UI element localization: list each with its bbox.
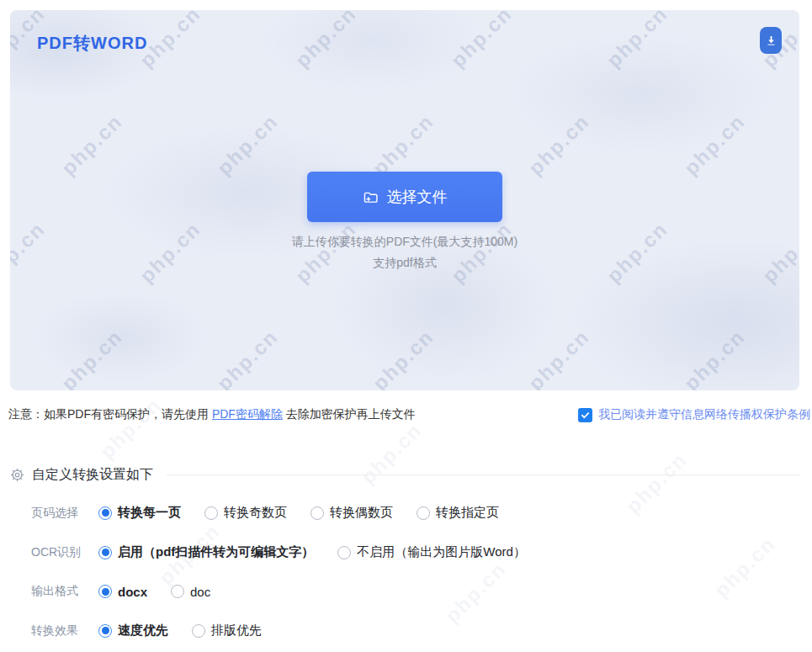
settings-row: 页码选择转换每一页转换奇数页转换偶数页转换指定页 [31, 505, 812, 521]
watermark-text: php.cn [212, 109, 283, 180]
radio-unselected-icon [417, 506, 430, 520]
settings-row: OCR识别启用（pdf扫描件转为可编辑文字）不启用（输出为图片版Word） [31, 544, 812, 560]
radio-unselected-icon [192, 624, 205, 638]
radio-label: 排版优先 [211, 623, 262, 639]
settings-title: 自定义转换设置如下 [32, 466, 153, 484]
note-suffix: 去除加密保护再上传文件 [283, 407, 416, 421]
radio-selected-icon [98, 624, 112, 638]
radio-selected-icon [98, 506, 112, 520]
agreement-checkbox[interactable] [578, 408, 592, 422]
row-label: 转换效果 [31, 623, 98, 639]
watermark-text: php.cn [679, 325, 750, 390]
password-note: 注意：如果PDF有密码保护，请先使用 PDF密码解除 去除加密保护再上传文件 [8, 407, 416, 422]
watermark-text: php.cn [290, 10, 361, 72]
upload-tip-line2: 支持pdf格式 [373, 256, 436, 271]
select-file-label: 选择文件 [387, 187, 448, 207]
radio-option[interactable]: 排版优先 [192, 623, 262, 639]
check-icon [581, 411, 590, 420]
radio-option[interactable]: 启用（pdf扫描件转为可编辑文字） [98, 544, 314, 560]
row-label: 页码选择 [31, 506, 98, 521]
watermark-text: php.cn [602, 10, 672, 72]
settings-rows: 页码选择转换每一页转换奇数页转换偶数页转换指定页OCR识别启用（pdf扫描件转为… [31, 505, 812, 639]
radio-unselected-icon [171, 585, 184, 598]
radio-label: 不启用（输出为图片版Word） [357, 544, 526, 560]
radio-option[interactable]: doc [171, 585, 210, 599]
radio-option[interactable]: 不启用（输出为图片版Word） [337, 544, 526, 560]
radio-selected-icon [98, 546, 112, 559]
note-prefix: 注意：如果PDF有密码保护，请先使用 [8, 407, 212, 421]
watermark-text: php.cn [523, 109, 594, 180]
radio-option[interactable]: 速度优先 [98, 623, 168, 639]
radio-label: 速度优先 [118, 623, 168, 639]
header-divider [167, 474, 799, 475]
radio-option[interactable]: 转换每一页 [98, 505, 181, 521]
watermark-text: php.cn [679, 109, 750, 180]
radio-label: 转换偶数页 [330, 505, 393, 521]
radio-selected-icon [98, 585, 112, 598]
radio-label: 转换每一页 [118, 505, 181, 521]
watermark-text: php.cn [56, 109, 127, 180]
page-title: PDF转WORD [37, 32, 147, 55]
upload-dropzone[interactable]: php.cnphp.cnphp.cnphp.cnphp.cnphp.cnphp.… [10, 10, 799, 390]
radio-option[interactable]: docx [98, 585, 147, 599]
agreement-label: 我已阅读并遵守信息网络传播权保护条例 [598, 407, 810, 422]
download-button[interactable] [760, 27, 782, 54]
upload-tip-line1: 请上传你要转换的PDF文件(最大支持100M) [292, 235, 517, 250]
radio-unselected-icon [204, 506, 218, 520]
settings-section: 自定义转换设置如下 页码选择转换每一页转换奇数页转换偶数页转换指定页OCR识别启… [0, 466, 812, 639]
watermark-text: php.cn [523, 325, 594, 390]
watermark-text: php.cn [56, 325, 127, 390]
note-row: 注意：如果PDF有密码保护，请先使用 PDF密码解除 去除加密保护再上传文件 我… [8, 407, 810, 422]
agreement-row: 我已阅读并遵守信息网络传播权保护条例 [578, 407, 810, 422]
watermark-text: php.cn [368, 325, 438, 390]
radio-option[interactable]: 转换指定页 [417, 505, 499, 521]
watermark-text: php.cn [368, 109, 438, 180]
radio-label: doc [190, 585, 210, 599]
gear-icon [10, 468, 24, 482]
settings-row: 输出格式docxdoc [31, 584, 812, 599]
radio-unselected-icon [337, 546, 351, 559]
folder-add-icon [363, 189, 379, 205]
watermark-text: php.cn [212, 325, 283, 390]
radio-unselected-icon [310, 506, 324, 520]
select-file-button[interactable]: 选择文件 [307, 172, 502, 222]
settings-row: 转换效果速度优先排版优先 [31, 623, 812, 639]
radio-option[interactable]: 转换奇数页 [204, 505, 287, 521]
radio-label: 启用（pdf扫描件转为可编辑文字） [118, 544, 314, 560]
download-icon [765, 34, 778, 47]
row-label: OCR识别 [31, 545, 98, 560]
radio-option[interactable]: 转换偶数页 [310, 505, 393, 521]
radio-label: 转换奇数页 [224, 505, 287, 521]
pdf-password-remove-link[interactable]: PDF密码解除 [212, 407, 283, 421]
row-label: 输出格式 [31, 584, 98, 599]
radio-label: docx [118, 585, 147, 599]
radio-label: 转换指定页 [436, 505, 499, 521]
watermark-text: php.cn [446, 10, 517, 72]
watermark-text: php.cn [95, 393, 166, 464]
settings-header: 自定义转换设置如下 [10, 466, 812, 484]
